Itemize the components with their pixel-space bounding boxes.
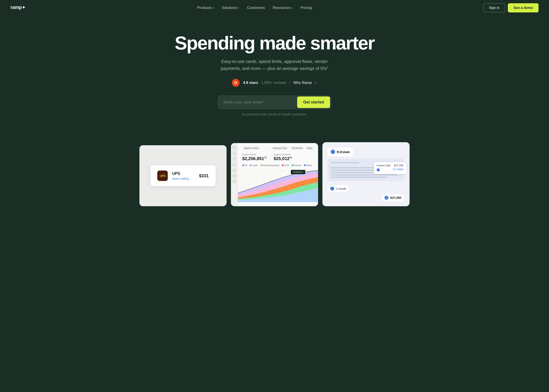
invoice-document-area: Invoice total $27,000 ✓ CI-14884 — [328, 159, 404, 181]
hero-subtitle: Easy-to-use cards, spend limits, approva… — [213, 58, 336, 72]
rating-text: 4.8 stars 1,900+ reviews — [243, 81, 286, 85]
invoice-doc-header — [331, 162, 359, 164]
invoice-total-value: $27,000 — [394, 164, 403, 167]
svg-text:✦: ✦ — [22, 5, 26, 10]
chart-toolbar: Search & Filter Payment Type This Month … — [242, 147, 314, 150]
company-name: UPS — [172, 171, 195, 176]
email-input[interactable] — [218, 96, 296, 109]
invoice-company-header: ✓ R.Estate — [328, 147, 353, 156]
hero-section: Spending made smarter Easy-to-use cards,… — [0, 16, 549, 142]
nav-actions: Sign in See a demo — [483, 3, 539, 12]
form-disclaimer: No personal credit checks or founder gua… — [10, 112, 539, 116]
why-ramp-link[interactable]: Why Ramp → — [294, 81, 317, 85]
invoice-id-check: ✓ — [377, 168, 380, 171]
svg-text:$2,256,851.19: $2,256,851.19 — [294, 171, 303, 173]
invoice-pills: ✓ 1 month — [328, 185, 404, 192]
nav-solutions[interactable]: Solutions ▾ — [219, 4, 242, 12]
chart-area: $2,256,851.19 — [238, 169, 318, 202]
invoice-company-name: R.Estate — [337, 150, 350, 154]
get-started-button[interactable]: Get started — [297, 97, 330, 108]
logo-icon: ramp ✦ — [10, 4, 26, 12]
g2-badge: G — [232, 79, 240, 87]
invoice-id: CI-14884 — [393, 168, 403, 171]
sidebar-icon — [232, 157, 236, 161]
sidebar-icon — [232, 180, 236, 184]
payment-type-filter[interactable]: Payment Type — [271, 147, 289, 150]
sidebar-icon — [232, 146, 236, 150]
verified-icon: ✓ — [331, 150, 335, 154]
sidebar-icon — [232, 163, 236, 167]
chart-legend: All Cards Reimbursements ACH Checks Wire… — [242, 163, 314, 168]
arrow-right-icon: → — [314, 81, 317, 85]
invoice-amount-pill: ✓ $27,000 — [381, 195, 404, 201]
invoice-line — [331, 172, 373, 173]
chart-header: Search & Filter Payment Type This Month … — [238, 143, 318, 169]
period-filter[interactable]: This Month — [290, 147, 304, 150]
nav-resources[interactable]: Resources ▾ — [270, 4, 296, 12]
sidebar-icon — [232, 168, 236, 172]
nav-links: Products ▾ Solutions ▾ Customers Resourc… — [194, 4, 315, 12]
transaction-amount: $331 — [199, 173, 209, 178]
august-spend-metric: August Spend $2,256,85119 — [242, 153, 267, 161]
email-form: Get started — [218, 95, 331, 109]
chevron-down-icon: ▾ — [213, 7, 214, 9]
demo-button[interactable]: See a demo — [508, 3, 539, 12]
august-cashback-metric: August Cashback $25,01286 — [274, 153, 292, 161]
ups-details: UPS Auto-coding... — [172, 171, 195, 180]
signin-button[interactable]: Sign in — [483, 3, 505, 12]
invoice-line — [331, 174, 398, 175]
logo[interactable]: ramp ✦ — [10, 4, 26, 12]
nav-pricing[interactable]: Pricing — [297, 4, 315, 12]
nav-products[interactable]: Products ▾ — [194, 4, 217, 12]
nav-customers[interactable]: Customers — [244, 4, 268, 12]
rating-divider — [290, 81, 290, 85]
view-filter[interactable]: Daily — [305, 147, 314, 150]
invoice-badge: Invoice total $27,000 ✓ CI-14884 — [374, 162, 406, 174]
chevron-down-icon: ▾ — [291, 7, 293, 9]
svg-text:ramp: ramp — [10, 5, 22, 10]
chart-card: Search & Filter Payment Type This Month … — [231, 143, 318, 206]
chevron-down-icon: ▾ — [238, 7, 239, 9]
invoice-total-label: Invoice total — [377, 164, 391, 167]
search-filter-label[interactable]: Search & Filter — [242, 147, 260, 150]
hero-title: Spending made smarter — [10, 33, 539, 53]
invoice-line — [331, 177, 387, 178]
duration-pill: ✓ 1 month — [328, 185, 349, 192]
ups-logo: UPS — [157, 170, 168, 181]
chart-content: Search & Filter Payment Type This Month … — [238, 143, 318, 202]
transaction-item: UPS UPS Auto-coding... $331 — [150, 165, 216, 186]
chart-metrics: August Spend $2,256,85119 August Cashbac… — [242, 152, 314, 163]
sidebar-icon — [232, 151, 236, 155]
navbar: ramp ✦ Products ▾ Solutions ▾ Customers … — [0, 0, 549, 16]
auto-coding-label: Auto-coding... — [172, 177, 195, 180]
sidebar-icon — [232, 174, 236, 178]
hero-rating: G 4.8 stars 1,900+ reviews Why Ramp → — [10, 79, 539, 87]
invoice-final-amount: $27,000 — [390, 196, 401, 199]
cards-section: UPS UPS Auto-coding... $331 Search & Fil… — [0, 142, 549, 219]
transaction-card: UPS UPS Auto-coding... $331 — [140, 145, 226, 206]
chart-sidebar — [231, 143, 238, 206]
invoice-card: ✓ R.Estate Invoice total $27,000 ✓ — [323, 142, 409, 206]
